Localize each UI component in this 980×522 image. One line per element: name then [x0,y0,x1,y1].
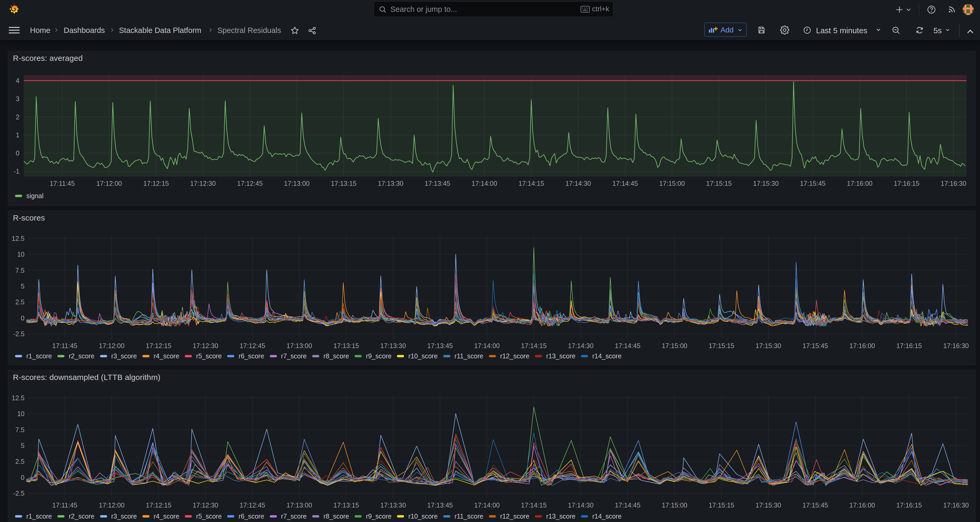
svg-text:0: 0 [21,314,24,322]
svg-text:17:16:15: 17:16:15 [894,180,919,187]
svg-text:17:12:30: 17:12:30 [190,180,216,187]
svg-text:10: 10 [17,410,24,417]
svg-text:17:11:45: 17:11:45 [52,342,77,350]
svg-text:17:13:15: 17:13:15 [334,501,359,509]
svg-text:17:14:00: 17:14:00 [474,342,500,350]
svg-text:0: 0 [21,474,24,481]
svg-text:17:12:15: 17:12:15 [143,180,169,187]
svg-text:17:15:15: 17:15:15 [709,342,734,350]
svg-text:17:12:45: 17:12:45 [237,180,263,187]
svg-text:17:12:00: 17:12:00 [96,180,122,187]
svg-text:-2.5: -2.5 [13,330,24,338]
svg-text:17:14:00: 17:14:00 [474,501,500,509]
svg-text:17:15:30: 17:15:30 [756,342,781,350]
svg-text:4: 4 [16,77,19,84]
svg-text:17:15:30: 17:15:30 [756,501,781,509]
svg-text:1: 1 [16,131,19,139]
svg-text:17:14:30: 17:14:30 [568,342,593,350]
svg-text:17:11:45: 17:11:45 [52,501,77,509]
svg-text:3: 3 [16,95,19,102]
svg-text:10: 10 [17,251,24,258]
svg-text:17:15:15: 17:15:15 [709,501,734,509]
svg-text:12.5: 12.5 [11,394,24,402]
svg-text:17:14:15: 17:14:15 [521,501,546,509]
svg-text:17:13:30: 17:13:30 [380,342,406,350]
svg-text:17:12:00: 17:12:00 [99,342,124,350]
svg-text:17:16:30: 17:16:30 [943,342,969,350]
svg-text:17:14:45: 17:14:45 [615,501,640,509]
svg-text:5: 5 [21,283,24,290]
svg-text:12.5: 12.5 [11,235,24,242]
svg-text:-2.5: -2.5 [13,490,24,497]
svg-text:17:16:00: 17:16:00 [847,180,872,187]
svg-text:17:13:45: 17:13:45 [427,501,453,509]
svg-text:17:15:00: 17:15:00 [662,342,687,350]
svg-text:17:14:30: 17:14:30 [568,501,593,509]
svg-text:17:12:15: 17:12:15 [146,501,171,509]
svg-text:2.5: 2.5 [15,298,24,306]
svg-text:17:14:45: 17:14:45 [615,342,640,350]
svg-text:2.5: 2.5 [15,458,24,465]
svg-text:0: 0 [16,149,19,157]
svg-text:17:16:30: 17:16:30 [941,180,966,187]
svg-text:2: 2 [16,113,19,121]
svg-text:17:12:45: 17:12:45 [240,342,265,350]
svg-text:17:15:45: 17:15:45 [800,180,826,187]
svg-text:17:16:15: 17:16:15 [896,342,922,350]
svg-text:17:13:00: 17:13:00 [286,342,312,350]
svg-text:17:15:00: 17:15:00 [662,501,687,509]
svg-text:-1: -1 [14,168,19,175]
svg-text:17:11:45: 17:11:45 [50,180,75,187]
svg-text:17:14:15: 17:14:15 [519,180,544,187]
svg-text:17:15:15: 17:15:15 [706,180,732,187]
svg-text:17:15:00: 17:15:00 [659,180,685,187]
svg-text:17:15:30: 17:15:30 [753,180,779,187]
svg-text:17:14:15: 17:14:15 [521,342,546,350]
svg-text:17:13:45: 17:13:45 [427,342,453,350]
svg-text:17:13:30: 17:13:30 [380,501,406,509]
svg-text:17:12:30: 17:12:30 [192,342,218,350]
svg-text:17:16:30: 17:16:30 [943,501,969,509]
svg-text:17:15:45: 17:15:45 [803,342,828,350]
svg-text:17:12:45: 17:12:45 [240,501,265,509]
svg-text:17:14:30: 17:14:30 [565,180,591,187]
svg-text:17:16:15: 17:16:15 [896,501,922,509]
svg-text:17:14:45: 17:14:45 [612,180,638,187]
svg-text:17:13:00: 17:13:00 [284,180,310,187]
svg-text:17:13:15: 17:13:15 [331,180,356,187]
svg-text:17:13:15: 17:13:15 [334,342,359,350]
svg-text:17:12:15: 17:12:15 [146,342,171,350]
svg-text:17:13:45: 17:13:45 [425,180,450,187]
svg-text:17:12:30: 17:12:30 [192,501,218,509]
svg-text:7.5: 7.5 [15,426,24,433]
svg-text:5: 5 [21,442,24,449]
svg-text:17:13:30: 17:13:30 [378,180,403,187]
svg-text:17:16:00: 17:16:00 [850,342,875,350]
svg-text:17:13:00: 17:13:00 [286,501,312,509]
svg-text:7.5: 7.5 [15,267,24,274]
svg-text:17:15:45: 17:15:45 [803,501,828,509]
svg-text:17:14:00: 17:14:00 [472,180,497,187]
svg-text:17:16:00: 17:16:00 [850,501,875,509]
svg-text:17:12:00: 17:12:00 [99,501,124,509]
